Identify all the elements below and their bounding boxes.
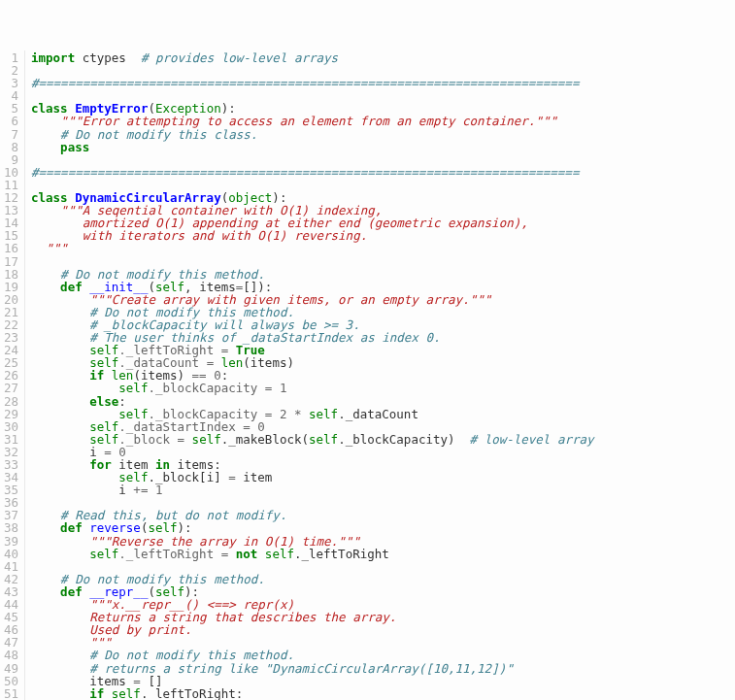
line-number: 28 (2, 395, 18, 408)
token-op: * (286, 407, 309, 421)
line-number: 50 (2, 675, 18, 687)
token-pun: (items) (243, 355, 294, 370)
line-number: 49 (2, 662, 18, 675)
token-att: ._blockCapacity) (338, 432, 469, 447)
token-kw: not (236, 547, 265, 561)
token-cm: #=======================================… (31, 165, 579, 180)
code-line[interactable]: import ctypes # provides low-level array… (31, 51, 735, 64)
code-line[interactable]: # Do not modify this class. (31, 128, 735, 141)
line-number: 38 (2, 521, 18, 534)
line-number: 21 (2, 306, 18, 318)
token-op: = (221, 547, 236, 561)
token-cm: # low-level array (470, 432, 594, 447)
token: item (243, 470, 272, 484)
code-line[interactable]: """ (31, 242, 735, 254)
token-op: = (178, 432, 192, 447)
code-line[interactable]: i += 1 (31, 483, 735, 496)
line-number: 17 (2, 255, 18, 268)
token-op: = (228, 470, 243, 484)
token-slf: self (309, 432, 338, 447)
token-num: 1 (280, 381, 287, 395)
line-number: 41 (2, 560, 18, 573)
token-op: ._blockCapacity (148, 381, 264, 395)
line-number: 42 (2, 573, 18, 585)
code-editor[interactable]: 1234567891011121314151617181920212223242… (0, 50, 735, 700)
line-number: 30 (2, 420, 18, 433)
token-op: ._leftToRight (118, 547, 220, 561)
token-ds: with iterators and with O(1) reversing. (31, 228, 367, 243)
line-number: 16 (2, 242, 18, 254)
line-number: 10 (2, 166, 18, 179)
token-cm: #=======================================… (31, 76, 579, 90)
line-number: 27 (2, 382, 18, 394)
line-number-gutter: 1234567891011121314151617181920212223242… (0, 50, 25, 700)
code-line[interactable]: self._block = self._makeBlock(self._bloc… (31, 433, 735, 446)
code-line[interactable]: pass (31, 141, 735, 153)
token-kw: pass (60, 140, 89, 154)
token-cm: # provides low-level arrays (141, 50, 338, 65)
token-op: ._block (118, 432, 177, 447)
token-att: ._leftToRight (294, 547, 389, 561)
token (31, 547, 89, 561)
line-number: 40 (2, 548, 18, 560)
token-op: = (265, 381, 280, 395)
code-line[interactable]: self._leftToRight = not self._leftToRigh… (31, 548, 735, 560)
token-cm: # Do not modify this class. (60, 127, 257, 142)
line-number: 48 (2, 649, 18, 661)
token-kw: import (31, 50, 83, 65)
line-number: 7 (2, 128, 18, 141)
line-number: 29 (2, 408, 18, 420)
token-num: 1 (155, 483, 163, 497)
token (126, 50, 141, 65)
code-line[interactable]: #=======================================… (31, 77, 735, 89)
code-area[interactable]: import ctypes # provides low-level array… (25, 50, 735, 700)
token-op: += (133, 483, 155, 497)
line-number: 8 (2, 141, 18, 153)
token: i (31, 483, 133, 497)
token-att: ._makeBlock( (221, 432, 309, 447)
line-number: 39 (2, 535, 18, 548)
code-line[interactable]: Used by print. (31, 623, 735, 636)
line-number: 9 (2, 153, 18, 166)
line-number: 20 (2, 293, 18, 306)
line-number: 18 (2, 268, 18, 281)
line-number: 31 (2, 433, 18, 446)
token-slf: self (265, 547, 294, 561)
code-line[interactable]: with iterators and with O(1) reversing. (31, 229, 735, 242)
line-number: 51 (2, 687, 18, 700)
token-att: ._dataCount (338, 407, 418, 421)
token-slf: self (89, 547, 118, 561)
token-op: = (265, 407, 280, 421)
token: ctypes (83, 50, 126, 65)
token-slf: self (309, 407, 338, 421)
token-slf: self (192, 432, 221, 447)
code-line[interactable]: self._blockCapacity = 1 (31, 382, 735, 394)
line-number: 6 (2, 115, 18, 127)
code-line[interactable]: #=======================================… (31, 166, 735, 179)
line-number: 19 (2, 281, 18, 293)
